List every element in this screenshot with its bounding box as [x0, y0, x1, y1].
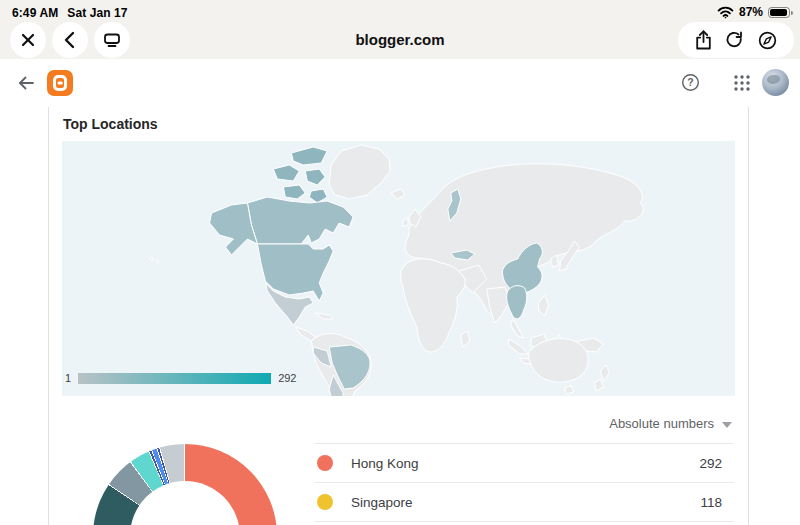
profile-avatar[interactable] [762, 69, 789, 96]
stats-card: Top Locations [48, 107, 749, 525]
world-map [62, 141, 735, 396]
screen: 6:49 AMSat Jan 17 87% [0, 0, 800, 525]
status-bar-left: 6:49 AMSat Jan 17 [12, 6, 137, 20]
locations-legend: Hong Kong 292 Singapore 118 [315, 443, 734, 522]
help-icon[interactable]: ? [681, 73, 700, 92]
share-icon[interactable] [694, 29, 713, 51]
date: Sat Jan 17 [67, 6, 127, 20]
section-title: Top Locations [49, 107, 748, 133]
battery-icon [768, 7, 790, 18]
scale-gradient-bar [78, 373, 271, 384]
map-color-scale: 1 292 [65, 372, 296, 384]
battery-percent: 87% [739, 5, 763, 19]
blogger-app-bar: ? [0, 59, 800, 107]
safari-compass-icon[interactable] [757, 30, 778, 51]
reload-icon[interactable] [724, 30, 745, 51]
legend-dot-hong-kong [317, 455, 333, 471]
page-back-button[interactable] [16, 73, 36, 93]
scale-min-label: 1 [65, 372, 71, 384]
dropdown-arrow-icon[interactable] [722, 422, 732, 428]
legend-value: 292 [699, 456, 722, 471]
locations-donut-chart [93, 444, 277, 525]
status-bar-right: 87% [717, 5, 790, 19]
legend-label: Hong Kong [351, 456, 699, 471]
blogger-logo-icon[interactable] [47, 70, 73, 96]
world-map-panel: 1 292 [62, 141, 735, 396]
legend-value: 118 [700, 495, 722, 510]
mode-dropdown[interactable]: Absolute numbers [609, 416, 714, 431]
wifi-icon [717, 6, 734, 19]
legend-dot-singapore [317, 494, 333, 510]
legend-row: Hong Kong 292 [315, 444, 734, 483]
legend-label: Singapore [351, 495, 700, 510]
safari-chrome: 6:49 AMSat Jan 17 87% [0, 0, 800, 59]
legend-row: Singapore 118 [315, 483, 734, 522]
scale-max-label: 292 [278, 372, 296, 384]
svg-text:?: ? [687, 77, 693, 88]
toolbar-actions [678, 22, 794, 58]
clock: 6:49 AM [12, 6, 58, 20]
google-apps-grid-icon[interactable] [733, 74, 751, 92]
